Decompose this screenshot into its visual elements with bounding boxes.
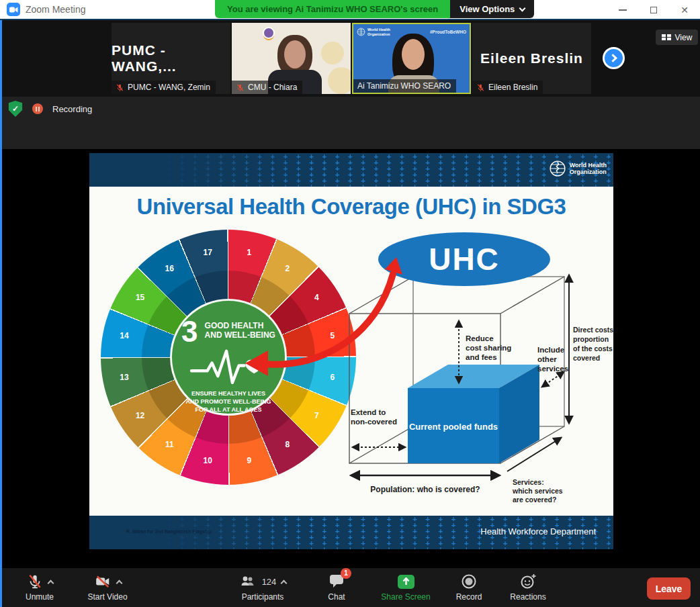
background-decor (321, 42, 344, 64)
muted-mic-icon (236, 83, 245, 92)
slide-title: Universal Health Coverage (UHC) in SDG3 (137, 194, 566, 220)
services-label: Services: (513, 478, 544, 486)
share-screen-button[interactable]: Share Screen (374, 573, 438, 602)
video-tile-ai-tanimizu[interactable]: World HealthOrganization #ProudToBeWHO A… (352, 23, 471, 94)
view-options-button[interactable]: View Options (450, 0, 534, 18)
participant-name-label: CMU - Chiara (232, 81, 302, 94)
department-label: Health Workforce Department (480, 526, 596, 536)
sdg-segment-number: 1 (244, 248, 255, 257)
sdg-segment-number: 14 (119, 331, 130, 340)
svg-text:services: services (537, 365, 568, 373)
sdg-segment-number: 2 (282, 264, 293, 273)
population-label: Population: who is covered? (370, 485, 480, 494)
zoom-app-icon (7, 3, 20, 16)
sdg-segment-number: 17 (202, 248, 213, 257)
direct-costs-label: Direct costs: (573, 326, 613, 334)
muted-mic-icon (27, 573, 43, 590)
participants-icon (239, 574, 257, 589)
leave-button[interactable]: Leave (647, 577, 691, 600)
slide-footer-band: + + + + + + + + + + + + + + + + + + + + … (89, 516, 613, 549)
svg-text:cost sharing: cost sharing (466, 344, 511, 352)
reactions-icon (520, 573, 537, 590)
uhc-label: UHC (429, 241, 500, 277)
sdg3-title: GOOD HEALTH AND WELL-BEING (205, 318, 275, 340)
zoom-meeting-window: Zoom Meeting You are viewing Ai Tanimizu… (0, 0, 700, 607)
video-tile-cmu[interactable]: CMU - Chiara (232, 23, 351, 94)
viewing-screen-banner: You are viewing Ai Tanimizu WHO SEARO's … (215, 0, 534, 18)
participants-options-chevron[interactable] (281, 579, 288, 586)
chat-unread-badge: 1 (341, 568, 351, 579)
window-title: Zoom Meeting (26, 4, 85, 15)
svg-text:covered: covered (573, 354, 600, 362)
recording-indicator-icon[interactable] (32, 103, 43, 114)
sdg-segment-number: 12 (135, 411, 146, 420)
svg-text:non-covered: non-covered (351, 418, 397, 426)
participants-button[interactable]: 124 Participants (226, 573, 300, 602)
meeting-background: ✓ Recording (0, 97, 700, 149)
video-tile-pumc[interactable]: PUMC - WANG,... PUMC - WANG, Zemin (112, 23, 230, 94)
start-video-button[interactable]: Start Video (75, 573, 140, 602)
slide-attribution: R. Bitran for 2nd Bangladesh Flagship (126, 529, 212, 534)
video-tile-eileen[interactable]: Eileen Breslin Eileen Breslin (472, 23, 591, 94)
share-screen-icon (397, 574, 415, 590)
maximize-button[interactable] (638, 0, 669, 20)
participant-name-label: PUMC - WANG, Zemin (112, 81, 216, 94)
muted-mic-icon (476, 83, 485, 92)
view-layout-button[interactable]: View (656, 30, 698, 45)
svg-text:and fees: and fees (466, 353, 497, 361)
record-button[interactable]: Record (449, 573, 489, 602)
recording-label: Recording (52, 104, 92, 114)
sdg-segment-number: 13 (119, 373, 130, 382)
gallery-view-icon (662, 34, 671, 41)
participant-name-label: Eileen Breslin (472, 81, 543, 94)
sdg-segment-number: 9 (244, 456, 255, 465)
participants-count: 124 (262, 577, 277, 587)
sdg-segment-number: 4 (311, 293, 322, 302)
slide-body: 124567891011121314151617 3 GOOD HEALTH A… (89, 227, 613, 516)
heartbeat-icon (188, 344, 269, 388)
sdg-segment-number: 16 (164, 264, 175, 273)
unmute-button[interactable]: Unmute (13, 573, 66, 602)
sdg-segment-number: 7 (311, 411, 322, 420)
sdg3-caption: ENSURE HEALTHY LIVES AND PROMOTE WELL-BE… (186, 389, 271, 414)
sdg-wheel: 124567891011121314151617 3 GOOD HEALTH A… (101, 230, 356, 485)
presentation-slide: + + + + + + + + + + + + + + + + + + + + … (89, 153, 613, 549)
meeting-toolbar: Unmute Start Video 124 Participants 1 (0, 567, 700, 607)
reduce-label: Reduce (466, 334, 494, 342)
unmute-options-chevron[interactable] (47, 579, 54, 586)
video-options-chevron[interactable] (116, 579, 122, 586)
reactions-button[interactable]: Reactions (502, 573, 554, 602)
sdg3-number: 3 (181, 318, 198, 345)
svg-text:proportion: proportion (573, 335, 609, 343)
titlebar: Zoom Meeting You are viewing Ai Tanimizu… (0, 0, 700, 20)
video-off-icon (94, 573, 112, 590)
uhc-oval: UHC (378, 232, 550, 286)
minimize-button[interactable] (607, 0, 638, 20)
sdg3-center-circle: 3 GOOD HEALTH AND WELL-BEING ENSURE HEAL… (170, 299, 288, 416)
sdg-segment-number: 6 (327, 373, 338, 382)
banner-text: You are viewing Ai Tanimizu WHO SEARO's … (215, 0, 450, 18)
chat-button[interactable]: 1 Chat (318, 573, 355, 602)
include-label: Include (537, 346, 564, 354)
video-strip: PUMC - WANG,... PUMC - WANG, Zemin CMU -… (0, 20, 700, 97)
background-decor (328, 67, 351, 94)
encryption-shield-icon: ✓ (8, 101, 23, 117)
participant-name-label: Ai Tanimizu WHO SEARO (353, 79, 456, 93)
uhc-cube-diagram: Current pooled funds Reduce cost sharing… (345, 262, 613, 512)
svg-text:of the costs: of the costs (573, 344, 613, 353)
svg-text:are covered?: are covered? (513, 496, 556, 504)
next-participants-button[interactable] (603, 47, 625, 69)
pooled-funds-label: Current pooled funds (409, 422, 498, 432)
svg-text:other: other (537, 355, 557, 363)
muted-mic-icon (116, 83, 124, 92)
shared-screen-area: + + + + + + + + + + + + + + + + + + + + … (0, 149, 700, 567)
close-button[interactable]: ✕ (669, 0, 700, 20)
sdg-segment-number: 8 (282, 440, 293, 449)
svg-text:which services: which services (512, 487, 563, 495)
sdg-segment-number: 10 (202, 456, 213, 465)
chevron-down-icon (519, 5, 526, 11)
sdg-segment-number: 11 (164, 440, 175, 449)
record-icon (461, 573, 477, 590)
extend-label: Extend to (351, 408, 386, 416)
pooled-funds-box: Current pooled funds (408, 365, 539, 463)
